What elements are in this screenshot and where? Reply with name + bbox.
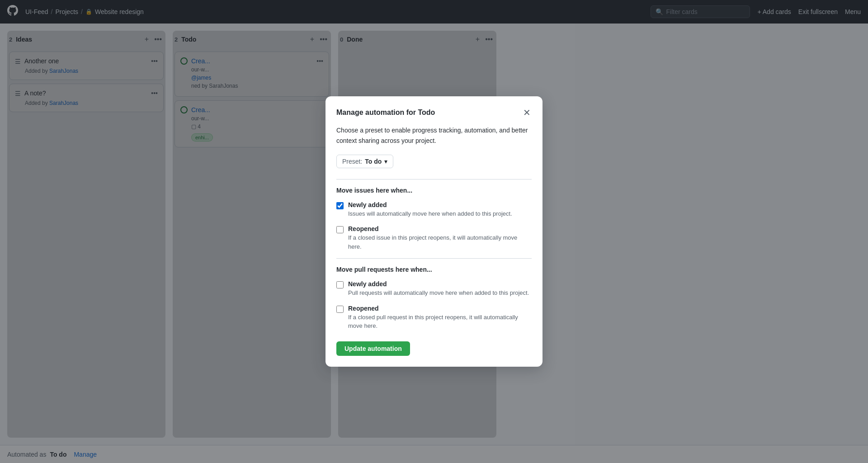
pr-reopened-row: Reopened If a closed pull request in thi… [336,305,532,331]
issues-reopened-desc: If a closed issue in this project reopen… [348,234,517,250]
pr-reopened-checkbox[interactable] [336,306,344,313]
pr-reopened-label[interactable]: Reopened [348,305,532,312]
issues-section-title: Move issues here when... [336,187,532,194]
pr-newly-added-desc: Pull requests will automatically move he… [348,289,529,296]
pr-reopened-content: Reopened If a closed pull request in thi… [348,305,532,331]
modal-header: Manage automation for Todo ✕ [336,107,532,118]
preset-dropdown[interactable]: Preset: To do ▾ [336,155,393,168]
modal-overlay[interactable]: Manage automation for Todo ✕ Choose a pr… [0,0,868,463]
pr-reopened-desc: If a closed pull request in this project… [348,314,518,330]
issues-newly-added-label[interactable]: Newly added [348,201,512,208]
pull-requests-divider [336,258,532,259]
pr-newly-added-row: Newly added Pull requests will automatic… [336,280,532,298]
issues-reopened-label[interactable]: Reopened [348,225,532,232]
issues-newly-added-content: Newly added Issues will automatically mo… [348,201,512,218]
pr-newly-added-checkbox[interactable] [336,281,344,288]
pull-requests-section-title: Move pull requests here when... [336,266,532,273]
issues-newly-added-row: Newly added Issues will automatically mo… [336,201,532,218]
modal-description: Choose a preset to enable progress track… [336,125,532,146]
preset-value: To do [365,158,382,165]
issues-newly-added-desc: Issues will automatically move here when… [348,210,512,217]
issues-newly-added-checkbox[interactable] [336,202,344,209]
preset-label: Preset: [342,158,362,165]
modal-footer: Update automation [336,341,532,356]
chevron-down-icon: ▾ [384,158,387,165]
issues-reopened-checkbox[interactable] [336,226,344,233]
issues-reopened-content: Reopened If a closed issue in this proje… [348,225,532,251]
issues-divider [336,179,532,180]
modal-title: Manage automation for Todo [336,109,435,117]
issues-reopened-row: Reopened If a closed issue in this proje… [336,225,532,251]
pr-newly-added-label[interactable]: Newly added [348,280,529,288]
automation-modal: Manage automation for Todo ✕ Choose a pr… [326,96,542,367]
modal-close-button[interactable]: ✕ [522,107,532,118]
pr-newly-added-content: Newly added Pull requests will automatic… [348,280,529,298]
update-automation-button[interactable]: Update automation [336,341,410,356]
